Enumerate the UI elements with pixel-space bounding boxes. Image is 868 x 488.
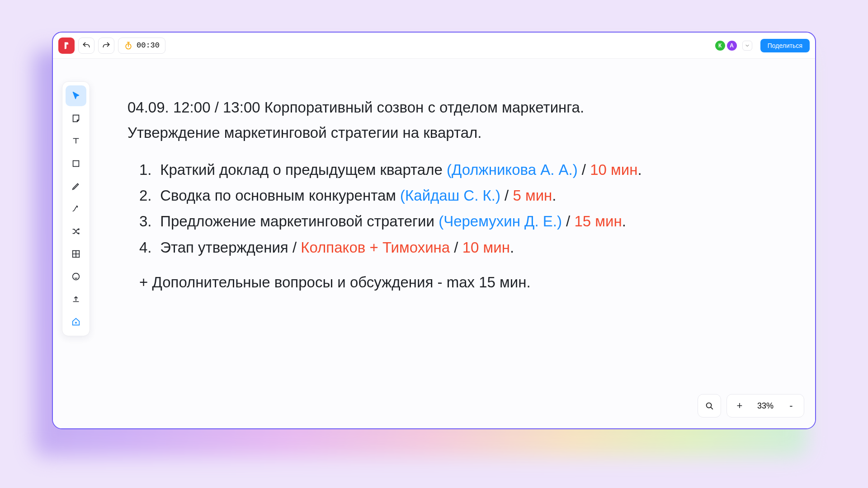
note-icon (71, 113, 81, 123)
avatar-user-a[interactable]: А (727, 41, 737, 51)
arrow-curve-icon (71, 204, 81, 214)
tool-upload[interactable] (66, 289, 86, 310)
stopwatch-icon (124, 41, 133, 50)
cursor-icon (71, 91, 81, 101)
heading-line-1: 04.09. 12:00 / 13:00 Корпоративный созво… (127, 95, 779, 120)
search-icon (704, 401, 714, 411)
tool-grid[interactable] (66, 244, 86, 264)
search-button[interactable] (698, 394, 721, 418)
tool-shuffle[interactable] (66, 221, 86, 242)
agenda-item-2: 2.Сводка по основным конкурентам (Кайдаш… (139, 184, 779, 207)
tool-sticker[interactable] (66, 266, 86, 287)
tool-select[interactable] (66, 85, 86, 106)
agenda-item-4: 4.Этап утверждения / Колпаков + Тимохина… (139, 236, 779, 259)
tool-pen[interactable] (66, 176, 86, 197)
top-bar: 00:30 К А Поделиться (53, 33, 815, 59)
text-icon (71, 136, 81, 146)
zoom-controls: + 33% - (698, 394, 804, 418)
square-icon (71, 159, 81, 169)
timer-badge[interactable]: 00:30 (118, 38, 165, 54)
smile-icon (71, 272, 81, 282)
chevron-down-icon (745, 43, 750, 48)
undo-button[interactable] (78, 38, 94, 54)
agenda-list: 1.Краткий доклад о предыдущем квартале (… (127, 158, 779, 259)
svg-rect-1 (73, 161, 79, 167)
app-window: 00:30 К А Поделиться (52, 32, 816, 429)
avatar-user-k[interactable]: К (715, 41, 725, 51)
canvas-text-block[interactable]: 04.09. 12:00 / 13:00 Корпоративный созво… (127, 95, 779, 294)
redo-icon (102, 41, 111, 50)
tool-add-home[interactable] (66, 311, 86, 332)
avatars-more-button[interactable] (742, 41, 752, 51)
heading-line-2: Утверждение маркетинговой стратегии на к… (127, 120, 779, 145)
app-logo[interactable] (58, 38, 75, 54)
svg-point-4 (707, 403, 712, 408)
tool-sticky-note[interactable] (66, 108, 86, 129)
zoom-box: + 33% - (726, 394, 804, 418)
pencil-icon (71, 181, 81, 191)
agenda-item-3: 3.Предложение маркетинговой стратегии (Ч… (139, 210, 779, 233)
timer-value: 00:30 (137, 41, 160, 50)
redo-button[interactable] (98, 38, 114, 54)
zoom-out-button[interactable]: - (780, 394, 802, 417)
tool-palette (62, 81, 90, 336)
grid-icon (71, 249, 81, 259)
tool-text[interactable] (66, 131, 86, 151)
zoom-level[interactable]: 33% (750, 401, 780, 411)
zoom-in-button[interactable]: + (729, 394, 750, 417)
tool-shape[interactable] (66, 153, 86, 174)
share-button[interactable]: Поделиться (760, 39, 810, 52)
upload-icon (71, 294, 81, 304)
shuffle-icon (71, 226, 81, 236)
agenda-item-1: 1.Краткий доклад о предыдущем квартале (… (139, 158, 779, 181)
svg-point-3 (73, 273, 80, 280)
undo-icon (82, 41, 91, 50)
meeting-heading: 04.09. 12:00 / 13:00 Корпоративный созво… (127, 95, 779, 145)
home-plus-icon (71, 317, 81, 327)
agenda-extras: + Дополнительные вопросы и обсуждения - … (127, 271, 779, 294)
logo-icon (62, 41, 71, 50)
canvas-area[interactable]: 04.09. 12:00 / 13:00 Корпоративный созво… (53, 59, 815, 428)
tool-connector[interactable] (66, 198, 86, 219)
